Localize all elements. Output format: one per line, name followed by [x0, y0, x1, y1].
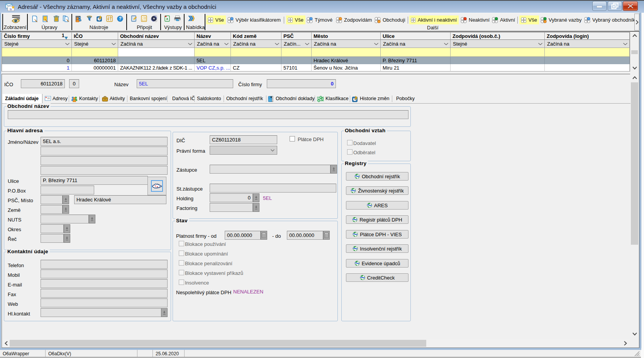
svg-text:?: ? [119, 17, 122, 21]
svg-text:X: X [166, 17, 168, 21]
